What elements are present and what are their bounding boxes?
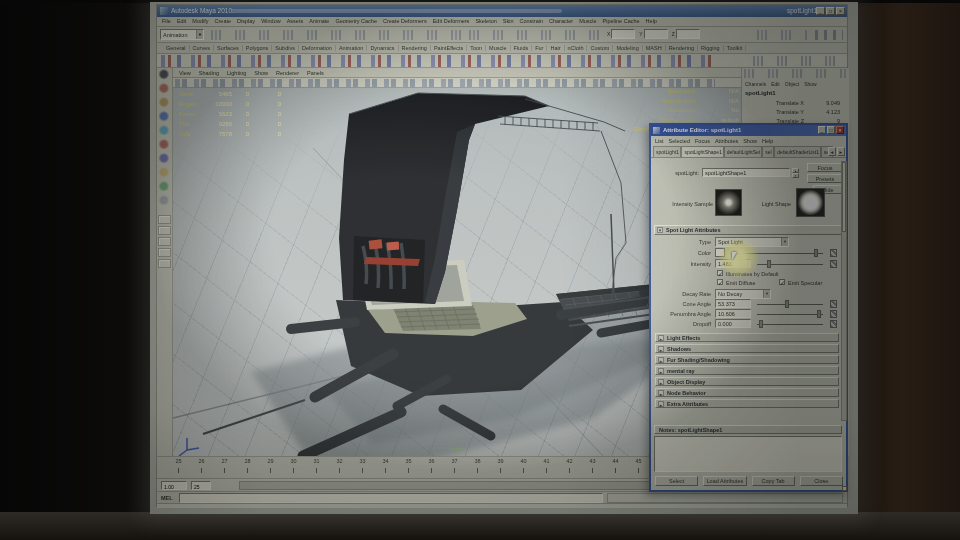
outliner-persp-layout-button[interactable] bbox=[158, 259, 171, 268]
menu-item[interactable]: Constrain bbox=[519, 18, 543, 25]
ae-tab[interactable]: spotLight1 bbox=[653, 146, 681, 157]
panel-menu-item[interactable]: View bbox=[179, 70, 191, 76]
ae-footer-button[interactable]: Close bbox=[800, 476, 843, 486]
paint-select-tool-icon[interactable] bbox=[158, 97, 171, 110]
ae-menu-item[interactable]: Focus bbox=[695, 138, 710, 144]
collapsed-section[interactable]: ▸ Light Effects bbox=[655, 333, 839, 342]
frame-cell[interactable]: 31 bbox=[305, 458, 328, 473]
menu-item[interactable]: Edit Deformers bbox=[433, 18, 470, 25]
intensity-sample-swatch[interactable] bbox=[715, 189, 742, 216]
shelf-icons-strip[interactable] bbox=[161, 55, 717, 67]
move-tool-icon[interactable] bbox=[158, 111, 171, 124]
four-pane-layout-button[interactable] bbox=[158, 248, 171, 257]
dropoff-map-button[interactable] bbox=[830, 320, 837, 328]
shelf-tab[interactable]: Toon bbox=[467, 45, 486, 51]
soft-mod-tool-icon[interactable] bbox=[158, 167, 171, 180]
menu-item[interactable]: Geometry Cache bbox=[335, 18, 377, 25]
anim-start-field[interactable]: 1.00 bbox=[161, 481, 187, 490]
collapsed-section[interactable]: ▸ Fur Shading/Shadowing bbox=[655, 355, 839, 364]
status-icons-strip[interactable] bbox=[211, 30, 461, 40]
ae-focus-button[interactable]: Focus bbox=[807, 163, 843, 172]
dropoff-field[interactable]: 0.000 bbox=[715, 319, 751, 328]
snap-icons-strip[interactable] bbox=[469, 30, 599, 40]
menu-item[interactable]: Create Deformers bbox=[383, 18, 427, 25]
cone-angle-slider-handle[interactable] bbox=[785, 300, 789, 308]
frame-cell[interactable]: 35 bbox=[397, 458, 420, 473]
maximize-button[interactable]: □ bbox=[826, 7, 835, 15]
penumbra-map-button[interactable] bbox=[830, 310, 837, 318]
intensity-map-button[interactable] bbox=[830, 260, 837, 268]
tab-scroll-left-icon[interactable]: ◂ bbox=[828, 147, 836, 156]
menu-item[interactable]: Animate bbox=[309, 18, 329, 25]
channel-menu-item[interactable]: Channels bbox=[745, 81, 766, 87]
dropoff-slider-track[interactable] bbox=[757, 324, 823, 325]
three-pane-layout-button[interactable] bbox=[158, 237, 171, 246]
frame-cell[interactable]: 36 bbox=[420, 458, 443, 473]
notes-textarea[interactable] bbox=[654, 436, 842, 472]
shelf-tab[interactable]: Hair bbox=[547, 45, 564, 51]
ae-footer-button[interactable]: Copy Tab bbox=[752, 476, 795, 486]
last-tool-icon[interactable] bbox=[158, 195, 171, 208]
frame-cell[interactable]: 41 bbox=[535, 458, 558, 473]
command-line-mode[interactable]: MEL bbox=[161, 495, 173, 501]
shelf-tab[interactable]: Rigging bbox=[698, 45, 724, 51]
shelf-tab[interactable]: Subdivs bbox=[272, 45, 299, 51]
select-tool-icon[interactable] bbox=[158, 69, 171, 82]
frame-cell[interactable]: 34 bbox=[374, 458, 397, 473]
menu-item[interactable]: Create bbox=[215, 18, 232, 25]
shelf-tab[interactable]: Muscle bbox=[486, 45, 510, 51]
penumbra-slider-handle[interactable] bbox=[817, 310, 821, 318]
rotate-tool-icon[interactable] bbox=[158, 125, 171, 138]
frame-cell[interactable]: 30 bbox=[282, 458, 305, 473]
single-pane-layout-button[interactable] bbox=[158, 215, 171, 224]
collapsed-section[interactable]: ▸ Node Behavior bbox=[655, 388, 839, 397]
scale-tool-icon[interactable] bbox=[158, 139, 171, 152]
menu-set-dropdown[interactable]: Animation ▼ bbox=[160, 29, 204, 40]
ae-maximize-button[interactable]: □ bbox=[827, 126, 835, 134]
cone-angle-field[interactable]: 53.373 bbox=[715, 299, 751, 308]
frame-cell[interactable]: 38 bbox=[466, 458, 489, 473]
ae-menu-item[interactable]: Selected bbox=[669, 138, 690, 144]
axis-input[interactable] bbox=[644, 29, 668, 39]
ae-node-name-field[interactable]: spotLightShape1 bbox=[702, 168, 790, 177]
menu-item[interactable]: Skin bbox=[503, 18, 514, 25]
emit-diffuse-checkbox[interactable]: ✓ bbox=[717, 279, 723, 285]
panel-menu-item[interactable]: Lighting bbox=[227, 70, 246, 76]
channel-row[interactable]: Translate Y 4.123 bbox=[742, 109, 850, 118]
notes-header[interactable]: Notes: spotLightShape1 bbox=[654, 425, 842, 434]
menu-item[interactable]: Window bbox=[261, 18, 281, 25]
menu-item[interactable]: Assets bbox=[287, 18, 304, 25]
shelf-tab[interactable]: Fur bbox=[532, 45, 547, 51]
title-bar[interactable]: Autodesk Maya 2010: spotLight1 _ □ × bbox=[157, 5, 847, 17]
frame-cell[interactable]: 45 bbox=[627, 458, 650, 473]
light-shape-swatch[interactable] bbox=[796, 188, 825, 217]
status-right-strip[interactable] bbox=[757, 30, 807, 40]
ae-close-button[interactable]: × bbox=[836, 126, 844, 134]
shelf-tab[interactable]: Dynamics bbox=[367, 45, 398, 51]
universal-manipulator-icon[interactable] bbox=[158, 153, 171, 166]
sidebar-toggle-icons[interactable] bbox=[815, 30, 843, 40]
shelf-tab[interactable]: Modeling bbox=[613, 45, 642, 51]
channel-box-node-name[interactable]: spotLight1 bbox=[745, 90, 776, 96]
frame-cell[interactable]: 43 bbox=[581, 458, 604, 473]
ae-menu-item[interactable]: List bbox=[655, 138, 664, 144]
ae-scrollbar[interactable] bbox=[841, 161, 847, 421]
shelf-tab[interactable]: Custom bbox=[587, 45, 613, 51]
ae-footer-button[interactable]: Load Attributes bbox=[703, 476, 746, 486]
menu-item[interactable]: Edit bbox=[177, 18, 186, 25]
color-map-button[interactable] bbox=[830, 249, 837, 257]
channel-menu-item[interactable]: Object bbox=[785, 81, 799, 87]
ae-menu-item[interactable]: Attributes bbox=[715, 138, 738, 144]
channel-menu-item[interactable]: Show bbox=[804, 81, 817, 87]
ae-minimize-button[interactable]: _ bbox=[818, 126, 826, 134]
ae-tab[interactable]: sel bbox=[762, 146, 774, 157]
ae-tab[interactable]: spotLightShape1 bbox=[681, 146, 723, 157]
ae-tab[interactable]: defaultLightSet bbox=[724, 146, 762, 157]
frame-cell[interactable]: 44 bbox=[604, 458, 627, 473]
frame-cell[interactable]: 27 bbox=[213, 458, 236, 473]
intensity-slider-handle[interactable] bbox=[767, 260, 771, 268]
axis-input[interactable] bbox=[611, 29, 635, 39]
shelf-tab[interactable]: nCloth bbox=[565, 45, 588, 51]
shelf-tab[interactable]: Fluids bbox=[511, 45, 533, 51]
ae-presets-button[interactable]: Presets bbox=[807, 174, 843, 183]
